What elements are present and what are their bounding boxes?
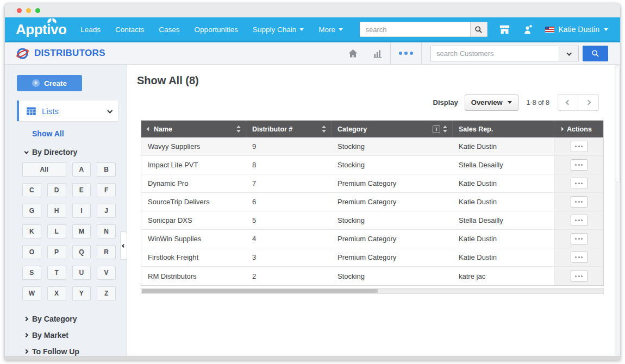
- user-activity-icon[interactable]: [522, 23, 534, 36]
- global-search-button[interactable]: [470, 22, 488, 37]
- customer-search: [430, 46, 608, 61]
- table-horizontal-scrollbar[interactable]: [141, 288, 604, 294]
- cell-name[interactable]: Sonicpar DXS: [141, 211, 246, 229]
- letter-filter-button[interactable]: U: [72, 266, 91, 280]
- letter-filter-button[interactable]: S: [22, 266, 41, 280]
- column-header-distributor-number[interactable]: Distributor #: [246, 121, 331, 137]
- letter-filter-button[interactable]: X: [47, 286, 66, 300]
- cell-name[interactable]: Firstlook Freight: [141, 248, 246, 266]
- table-row[interactable]: Impact Lite PVT 8 Stocking Stella Desail…: [141, 156, 603, 174]
- letter-filter-button[interactable]: Y: [72, 286, 91, 300]
- zoom-window-button[interactable]: [35, 8, 40, 13]
- table-row[interactable]: WinWin Supplies 4 Premium Category Katie…: [141, 230, 603, 248]
- search-options-dropdown[interactable]: [559, 46, 578, 61]
- scrollbar-thumb[interactable]: [142, 289, 378, 293]
- row-actions-button[interactable]: [571, 252, 588, 263]
- letter-filter-button[interactable]: E: [72, 183, 91, 197]
- row-actions-button[interactable]: [571, 215, 588, 226]
- table-row[interactable]: Dynamic Pro 7 Premium Category Katie Dus…: [141, 174, 603, 193]
- prev-page-button[interactable]: [558, 94, 578, 111]
- more-apps-button[interactable]: [391, 42, 421, 64]
- cell-name[interactable]: SourceTrip Delivers: [141, 193, 246, 211]
- minimize-window-button[interactable]: [26, 8, 31, 13]
- row-actions-button[interactable]: [571, 233, 588, 244]
- sidebar-section[interactable]: To Follow Up: [24, 343, 127, 360]
- nav-more[interactable]: More: [318, 26, 343, 34]
- close-window-button[interactable]: [17, 8, 22, 13]
- letter-filter-button[interactable]: G: [22, 204, 41, 218]
- sidebar-collapse-handle[interactable]: [120, 231, 127, 260]
- next-page-button[interactable]: [578, 94, 599, 111]
- create-button[interactable]: Create: [17, 75, 82, 91]
- filter-icon[interactable]: [433, 125, 440, 133]
- cell-name[interactable]: Wavyy Suppliers: [141, 137, 246, 155]
- customer-search-button[interactable]: [583, 46, 608, 61]
- row-actions-button[interactable]: [571, 271, 588, 282]
- nav-contacts[interactable]: Contacts: [115, 26, 144, 34]
- letter-filter-button[interactable]: L: [47, 224, 66, 239]
- nav-opportunities[interactable]: Opportunities: [195, 26, 238, 34]
- column-header-actions[interactable]: Actions: [554, 121, 603, 137]
- letter-filter-button[interactable]: Z: [97, 286, 116, 300]
- table-row[interactable]: Firstlook Freight 3 Premium Category Kat…: [141, 248, 603, 267]
- row-actions-button[interactable]: [571, 141, 588, 152]
- letter-filter-button[interactable]: V: [97, 266, 116, 280]
- letter-filter-button[interactable]: M: [72, 224, 91, 239]
- sidebar-section[interactable]: By Category: [24, 311, 127, 327]
- letter-filter-button[interactable]: C: [22, 183, 41, 197]
- nav-supply-chain[interactable]: Supply Chain: [253, 26, 304, 34]
- letter-filter-button[interactable]: All: [22, 162, 66, 177]
- row-actions-button[interactable]: [571, 159, 588, 171]
- letter-filter-button[interactable]: W: [22, 286, 41, 300]
- column-header-sales-rep[interactable]: Sales Rep.: [452, 121, 554, 137]
- letter-filter-button[interactable]: K: [22, 224, 41, 239]
- letter-filter-button[interactable]: B: [97, 162, 116, 177]
- row-actions-button[interactable]: [571, 178, 588, 189]
- sidebar-section[interactable]: By Market: [24, 327, 127, 343]
- table-row[interactable]: Sonicpar DXS 5 Stocking Stella Desailly: [141, 211, 603, 230]
- list-controls: Display Overview 1-8 of 8: [127, 94, 599, 111]
- content-vertical-scrollbar[interactable]: [615, 65, 620, 356]
- letter-filter-button[interactable]: N: [97, 224, 116, 239]
- global-search-input[interactable]: [360, 22, 470, 37]
- letter-filter-button[interactable]: A: [72, 162, 91, 177]
- table-row[interactable]: Wavyy Suppliers 9 Stocking Katie Dustin: [141, 137, 603, 156]
- user-menu[interactable]: Katie Dustin: [545, 25, 608, 34]
- letter-filter-button[interactable]: H: [47, 204, 66, 218]
- letter-filter-button[interactable]: I: [72, 204, 91, 218]
- reports-button[interactable]: [365, 42, 390, 64]
- letter-filter-button[interactable]: R: [97, 245, 116, 259]
- sort-icon[interactable]: [322, 125, 326, 133]
- sidebar-section-by-directory[interactable]: By Directory: [24, 148, 127, 156]
- page-heading: Show All (8): [137, 74, 620, 87]
- app-store-icon[interactable]: [498, 23, 511, 36]
- cell-name[interactable]: Impact Lite PVT: [141, 156, 246, 174]
- table-row[interactable]: RM Distributors 2 Stocking katre jac: [141, 267, 603, 285]
- column-header-name[interactable]: Name: [141, 121, 246, 137]
- letter-filter-button[interactable]: P: [47, 245, 66, 259]
- caret-down-icon: [508, 101, 512, 104]
- nav-leads[interactable]: Leads: [80, 26, 101, 34]
- sidebar-show-all-link[interactable]: Show All: [32, 129, 64, 138]
- letter-filter-button[interactable]: O: [22, 245, 41, 259]
- letter-filter-button[interactable]: F: [97, 183, 116, 197]
- cell-name[interactable]: WinWin Supplies: [141, 230, 246, 248]
- apptivo-logo[interactable]: Apptivo: [16, 21, 66, 38]
- home-button[interactable]: [340, 42, 365, 64]
- letter-filter-button[interactable]: Q: [72, 245, 91, 259]
- letter-filter-button[interactable]: J: [97, 204, 116, 218]
- display-mode-dropdown[interactable]: Overview: [465, 95, 518, 111]
- cell-name[interactable]: RM Distributors: [141, 267, 246, 285]
- letter-filter-button[interactable]: D: [47, 183, 66, 197]
- cell-name[interactable]: Dynamic Pro: [141, 174, 246, 192]
- customer-search-input[interactable]: [431, 46, 559, 61]
- letter-filter-button[interactable]: T: [47, 266, 66, 280]
- table-row[interactable]: SourceTrip Delivers 6 Premium Category K…: [141, 193, 603, 211]
- row-actions-button[interactable]: [571, 196, 588, 208]
- scrollbar-thumb[interactable]: [616, 66, 620, 183]
- sort-icon[interactable]: [443, 125, 447, 133]
- column-header-category[interactable]: Category: [331, 121, 452, 137]
- nav-cases[interactable]: Cases: [159, 26, 179, 34]
- sidebar-item-lists[interactable]: Lists: [17, 101, 118, 121]
- sort-icon[interactable]: [236, 125, 241, 133]
